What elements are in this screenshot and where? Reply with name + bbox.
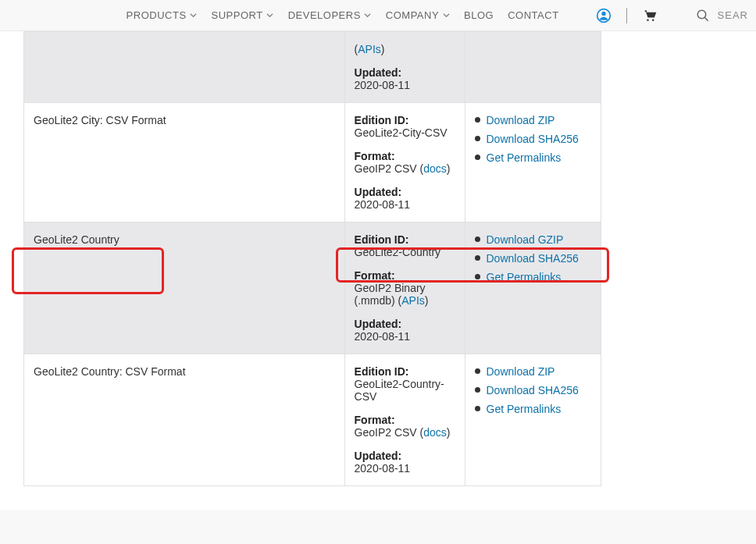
svg-point-4	[697, 10, 706, 19]
svg-line-5	[704, 17, 708, 21]
downloads-table: (APIs)Updated:2020-08-11GeoLite2 City: C…	[23, 31, 601, 486]
table-row: GeoLite2 City: CSV FormatEdition ID:GeoL…	[24, 103, 601, 222]
download-link[interactable]: Get Permalinks	[487, 151, 562, 164]
search-label: SEAR	[718, 9, 748, 21]
chevron-down-icon	[364, 12, 372, 20]
details-cell: Edition ID:GeoLite2-Country-CSVFormat:Ge…	[344, 354, 465, 486]
bullet-icon	[475, 274, 480, 279]
downloads-cell: Download ZIPDownload SHA256Get Permalink…	[465, 354, 601, 486]
download-link[interactable]: Download ZIP	[487, 114, 555, 126]
svg-point-3	[652, 19, 654, 21]
updated-label: Updated:	[355, 450, 402, 462]
edition-id-value: GeoLite2-Country	[355, 246, 441, 258]
download-link[interactable]: Get Permalinks	[487, 271, 562, 283]
table-row: GeoLite2 CountryEdition ID:GeoLite2-Coun…	[24, 222, 601, 354]
updated-value: 2020-08-11	[355, 198, 411, 211]
bullet-icon	[475, 136, 480, 141]
nav-blog[interactable]: BLOG	[464, 9, 494, 21]
docs-link[interactable]: docs	[423, 426, 447, 439]
nav-developers-label: DEVELOPERS	[288, 9, 361, 21]
bullet-icon	[475, 387, 480, 393]
divider	[626, 8, 627, 23]
svg-point-2	[647, 19, 649, 21]
details-cell: Edition ID:GeoLite2-CountryFormat:GeoIP2…	[344, 222, 465, 354]
user-icon[interactable]	[595, 7, 612, 24]
nav-company-label: COMPANY	[386, 9, 439, 21]
download-link[interactable]: Get Permalinks	[487, 403, 562, 415]
search-button[interactable]: SEAR	[694, 7, 748, 24]
downloads-cell: Download GZIPDownload SHA256Get Permalin…	[465, 222, 601, 354]
chevron-down-icon	[266, 12, 274, 20]
apis-link[interactable]: APIs	[401, 294, 425, 307]
nav-developers[interactable]: DEVELOPERS	[288, 9, 372, 21]
details-cell: (APIs)Updated:2020-08-11	[344, 32, 465, 103]
nav-company[interactable]: COMPANY	[386, 9, 450, 21]
format-value: GeoIP2 Binary (.mmdb) (APIs)	[355, 282, 429, 307]
svg-point-1	[601, 11, 605, 15]
nav-support[interactable]: SUPPORT	[212, 9, 274, 21]
cart-icon[interactable]	[641, 7, 658, 24]
page-content: (APIs)Updated:2020-08-11GeoLite2 City: C…	[0, 31, 756, 510]
bullet-icon	[475, 117, 480, 123]
nav-products-label: PRODUCTS	[127, 9, 187, 21]
bullet-icon	[475, 255, 480, 261]
downloads-cell: Download ZIPDownload SHA256Get Permalink…	[465, 103, 601, 222]
main-nav: PRODUCTS SUPPORT DEVELOPERS COMPANY BLOG…	[0, 0, 756, 31]
edition-id-label: Edition ID:	[355, 114, 409, 126]
bullet-icon	[475, 155, 480, 160]
chevron-down-icon	[190, 12, 198, 20]
nav-contact-label: CONTACT	[508, 9, 558, 21]
bullet-icon	[475, 406, 480, 411]
search-icon	[694, 7, 711, 24]
format-value: GeoIP2 CSV (docs)	[355, 426, 451, 439]
product-name-cell: GeoLite2 City: CSV Format	[24, 103, 345, 222]
download-link[interactable]: Download SHA256	[487, 252, 579, 265]
download-link[interactable]: Download SHA256	[487, 133, 579, 145]
edition-id-label: Edition ID:	[355, 233, 409, 246]
updated-value: 2020-08-11	[355, 79, 411, 91]
format-label: Format:	[355, 414, 395, 426]
edition-id-value: GeoLite2-Country-CSV	[355, 378, 444, 403]
format-label: Format:	[355, 150, 395, 162]
download-link[interactable]: Download SHA256	[487, 384, 579, 396]
details-cell: Edition ID:GeoLite2-City-CSVFormat:GeoIP…	[344, 103, 465, 222]
updated-label: Updated:	[355, 66, 402, 79]
updated-label: Updated:	[355, 318, 402, 330]
bullet-icon	[475, 236, 480, 242]
apis-link[interactable]: APIs	[358, 43, 381, 55]
bullet-icon	[475, 368, 480, 374]
updated-value: 2020-08-11	[355, 330, 411, 343]
chevron-down-icon	[442, 12, 450, 20]
edition-id-label: Edition ID:	[355, 365, 409, 378]
format-value: GeoIP2 CSV (docs)	[355, 162, 451, 175]
table-row: (APIs)Updated:2020-08-11	[24, 32, 601, 103]
table-row: GeoLite2 Country: CSV FormatEdition ID:G…	[24, 354, 601, 486]
nav-blog-label: BLOG	[464, 9, 494, 21]
nav-contact[interactable]: CONTACT	[508, 9, 558, 21]
format-label: Format:	[355, 269, 395, 282]
download-link[interactable]: Download GZIP	[487, 233, 564, 246]
download-link[interactable]: Download ZIP	[487, 365, 555, 378]
product-name-cell: GeoLite2 Country: CSV Format	[24, 354, 345, 486]
nav-products[interactable]: PRODUCTS	[127, 9, 198, 21]
product-name-cell: GeoLite2 Country	[24, 222, 345, 354]
docs-link[interactable]: docs	[423, 162, 447, 175]
product-name-cell	[24, 32, 345, 103]
downloads-cell	[465, 32, 601, 103]
edition-id-value: GeoLite2-City-CSV	[355, 126, 448, 139]
updated-label: Updated:	[355, 186, 402, 198]
nav-support-label: SUPPORT	[212, 9, 263, 21]
updated-value: 2020-08-11	[355, 462, 411, 475]
